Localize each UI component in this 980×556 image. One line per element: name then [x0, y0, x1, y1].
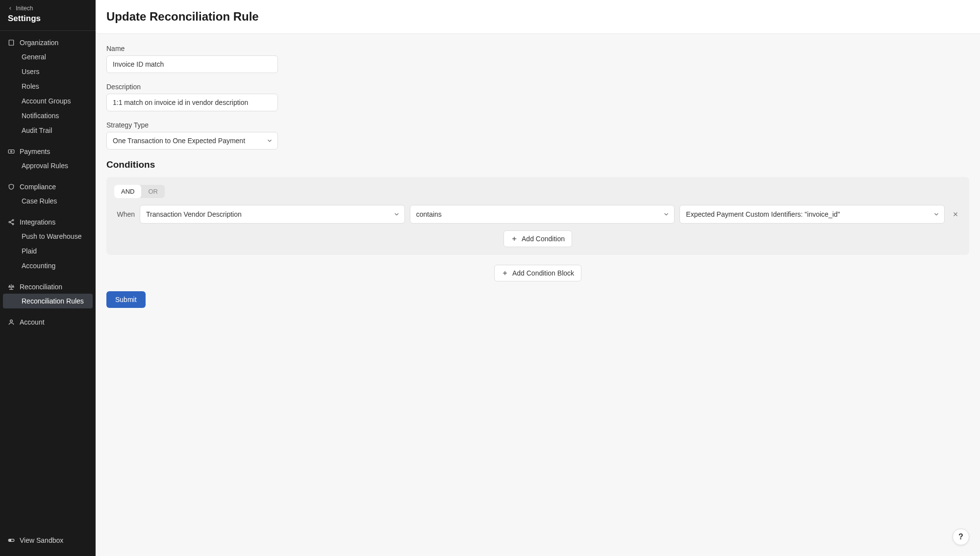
logic-toggle: AND OR [114, 185, 165, 198]
svg-line-11 [10, 223, 13, 224]
description-input[interactable] [106, 94, 278, 111]
svg-point-13 [10, 320, 13, 322]
form-group-strategy: Strategy Type One Transaction to One Exp… [106, 121, 969, 150]
scale-icon [8, 283, 15, 290]
add-block-row: Add Condition Block [106, 265, 969, 281]
sidebar-item-notifications[interactable]: Notifications [3, 108, 93, 123]
nav-heading-compliance[interactable]: Compliance [0, 180, 96, 194]
sidebar-header: Initech Settings [0, 0, 96, 31]
nav-section-account: Account [0, 315, 96, 329]
nav-section-organization: Organization General Users Roles Account… [0, 36, 96, 138]
nav-heading-label: Compliance [20, 183, 56, 191]
nav-heading-label: Reconciliation [20, 283, 62, 291]
add-condition-block-label: Add Condition Block [512, 269, 574, 277]
breadcrumb-label: Initech [16, 5, 33, 12]
add-condition-row: Add Condition [114, 230, 961, 247]
plus-icon [502, 270, 508, 277]
add-condition-button[interactable]: Add Condition [503, 230, 572, 247]
page-title: Update Reconciliation Rule [106, 10, 969, 24]
view-sandbox-link[interactable]: View Sandbox [0, 533, 96, 547]
strategy-select[interactable]: One Transaction to One Expected Payment [106, 132, 278, 150]
name-input[interactable] [106, 55, 278, 73]
sidebar-item-approval-rules[interactable]: Approval Rules [3, 158, 93, 173]
sidebar-item-account-groups[interactable]: Account Groups [3, 94, 93, 108]
main-header: Update Reconciliation Rule [96, 0, 980, 34]
view-sandbox-label: View Sandbox [20, 536, 63, 544]
sidebar: Initech Settings Organization General Us… [0, 0, 96, 556]
toggle-icon [8, 537, 15, 544]
nav-section-reconciliation: Reconciliation Reconciliation Rules [0, 280, 96, 308]
condition-operator-wrap: contains [410, 205, 675, 224]
building-icon [8, 39, 15, 46]
plus-icon [511, 235, 518, 242]
svg-line-10 [10, 221, 13, 222]
svg-rect-0 [9, 40, 13, 46]
cash-icon [8, 148, 15, 155]
nav-section-compliance: Compliance Case Rules [0, 180, 96, 208]
main-body: Name Description Strategy Type One Trans… [96, 34, 980, 556]
condition-operator-select[interactable]: contains [410, 205, 675, 224]
sidebar-nav: Organization General Users Roles Account… [0, 31, 96, 530]
sidebar-item-users[interactable]: Users [3, 64, 93, 79]
remove-condition-button[interactable] [950, 208, 961, 220]
svg-rect-5 [8, 150, 14, 153]
nav-heading-label: Account [20, 318, 45, 326]
chevron-left-icon [8, 6, 13, 11]
logic-or-button[interactable]: OR [141, 185, 165, 198]
sidebar-item-roles[interactable]: Roles [3, 79, 93, 94]
form-group-description: Description [106, 83, 969, 111]
name-label: Name [106, 45, 969, 52]
main: Update Reconciliation Rule Name Descript… [96, 0, 980, 556]
nav-heading-label: Payments [20, 148, 50, 155]
logic-and-button[interactable]: AND [114, 185, 141, 198]
strategy-label: Strategy Type [106, 121, 969, 129]
sidebar-item-push-to-warehouse[interactable]: Push to Warehouse [3, 229, 93, 244]
condition-value-wrap: Expected Payment Custom Identifiers: "in… [679, 205, 945, 224]
sidebar-item-reconciliation-rules[interactable]: Reconciliation Rules [3, 294, 93, 308]
sidebar-title: Settings [8, 14, 88, 24]
when-label: When [114, 210, 135, 218]
nav-heading-label: Organization [20, 39, 58, 47]
nav-heading-label: Integrations [20, 218, 55, 226]
strategy-select-wrap: One Transaction to One Expected Payment [106, 132, 278, 150]
description-label: Description [106, 83, 969, 91]
sidebar-item-audit-trail[interactable]: Audit Trail [3, 123, 93, 138]
conditions-heading: Conditions [106, 159, 969, 170]
nav-heading-account[interactable]: Account [0, 315, 96, 329]
nav-heading-integrations[interactable]: Integrations [0, 215, 96, 229]
sidebar-item-accounting[interactable]: Accounting [3, 258, 93, 273]
submit-button[interactable]: Submit [106, 291, 146, 308]
condition-field-wrap: Transaction Vendor Description [140, 205, 405, 224]
sidebar-item-plaid[interactable]: Plaid [3, 244, 93, 258]
nav-section-integrations: Integrations Push to Warehouse Plaid Acc… [0, 215, 96, 273]
sidebar-footer: View Sandbox [0, 530, 96, 556]
add-condition-block-button[interactable]: Add Condition Block [494, 265, 581, 281]
sidebar-item-case-rules[interactable]: Case Rules [3, 194, 93, 208]
nav-section-payments: Payments Approval Rules [0, 145, 96, 173]
condition-row: When Transaction Vendor Description cont… [114, 205, 961, 224]
sidebar-item-general[interactable]: General [3, 50, 93, 64]
nav-heading-reconciliation[interactable]: Reconciliation [0, 280, 96, 294]
share-icon [8, 219, 15, 226]
user-icon [8, 319, 15, 326]
close-icon [952, 211, 959, 218]
svg-point-6 [11, 151, 12, 152]
help-button[interactable]: ? [953, 529, 969, 545]
svg-point-15 [9, 539, 11, 541]
condition-field-select[interactable]: Transaction Vendor Description [140, 205, 405, 224]
add-condition-label: Add Condition [522, 235, 565, 243]
breadcrumb[interactable]: Initech [8, 5, 88, 12]
nav-heading-organization[interactable]: Organization [0, 36, 96, 50]
condition-block: AND OR When Transaction Vendor Descripti… [106, 177, 969, 255]
shield-icon [8, 183, 15, 190]
nav-heading-payments[interactable]: Payments [0, 145, 96, 158]
form-group-name: Name [106, 45, 969, 73]
condition-value-select[interactable]: Expected Payment Custom Identifiers: "in… [679, 205, 945, 224]
